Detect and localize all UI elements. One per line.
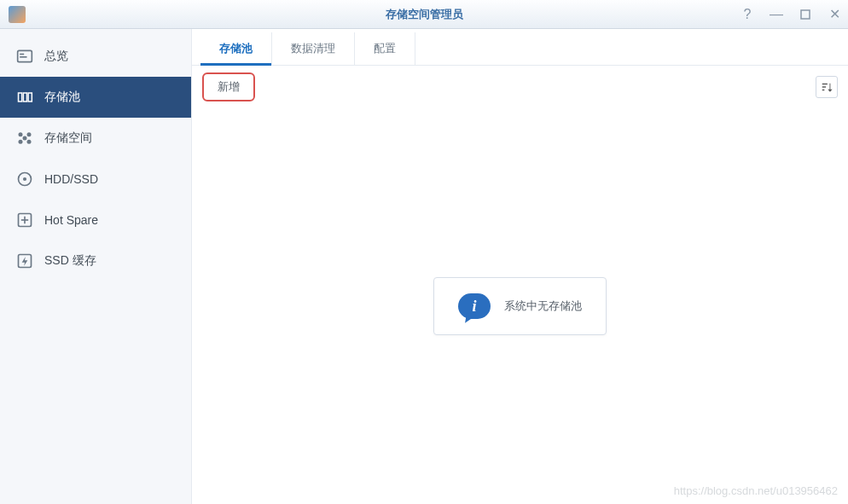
empty-state-card: i 系统中无存储池 (433, 277, 607, 335)
window-controls: ? — ✕ (741, 8, 841, 21)
svg-point-9 (19, 140, 23, 144)
watermark: https://blog.csdn.net/u013956462 (674, 484, 838, 497)
sidebar-item-pool[interactable]: 存储池 (0, 77, 191, 118)
toolbar: 新增 (192, 66, 848, 108)
pool-icon (15, 88, 34, 107)
ssdcache-icon (15, 252, 34, 270)
titlebar: 存储空间管理员 ? — ✕ (0, 0, 848, 29)
minimize-icon[interactable]: — (770, 8, 783, 21)
sidebar-item-hdd-ssd[interactable]: HDD/SSD (0, 159, 191, 200)
tab-config[interactable]: 配置 (355, 32, 415, 65)
help-icon[interactable]: ? (741, 8, 754, 21)
sidebar-item-volume[interactable]: 存储空间 (0, 118, 191, 159)
svg-point-7 (19, 132, 23, 136)
sidebar-item-label: Hot Spare (44, 213, 98, 227)
new-button[interactable]: 新增 (202, 72, 255, 101)
svg-rect-0 (801, 10, 810, 19)
volume-icon (15, 129, 34, 148)
sidebar-item-label: SSD 缓存 (44, 253, 96, 269)
sidebar: 总览 存储池 存储空间 HDD/SSD Hot Spare (0, 29, 191, 504)
tabs: 存储池 数据清理 配置 (192, 29, 848, 66)
maximize-icon[interactable] (799, 8, 812, 21)
sidebar-item-hotspare[interactable]: Hot Spare (0, 200, 191, 240)
sidebar-item-ssdcache[interactable]: SSD 缓存 (0, 240, 191, 281)
empty-state-message: 系统中无存储池 (504, 298, 582, 314)
svg-point-8 (27, 132, 32, 136)
svg-rect-3 (20, 56, 26, 58)
sidebar-item-label: HDD/SSD (44, 172, 98, 186)
sidebar-item-overview[interactable]: 总览 (0, 36, 191, 77)
svg-marker-18 (22, 257, 28, 266)
sort-button[interactable] (816, 76, 838, 98)
tab-pool[interactable]: 存储池 (200, 32, 272, 65)
content-body: i 系统中无存储池 (192, 108, 848, 504)
sidebar-item-label: 存储空间 (44, 130, 92, 146)
sidebar-item-label: 存储池 (44, 90, 80, 105)
svg-point-13 (23, 177, 26, 181)
sidebar-item-label: 总览 (44, 49, 68, 64)
svg-rect-5 (23, 93, 26, 101)
sort-icon (821, 81, 833, 93)
svg-point-11 (23, 136, 27, 141)
svg-marker-22 (828, 84, 832, 92)
app-icon (9, 6, 26, 23)
svg-point-10 (27, 140, 32, 144)
svg-rect-4 (19, 93, 22, 101)
close-icon[interactable]: ✕ (828, 8, 841, 21)
disk-icon (15, 170, 34, 188)
window-title: 存储空间管理员 (386, 7, 463, 22)
tab-data-scrub[interactable]: 数据清理 (272, 32, 355, 65)
svg-rect-6 (28, 93, 32, 101)
hotspare-icon (15, 211, 34, 229)
svg-rect-2 (20, 54, 24, 55)
overview-icon (15, 47, 34, 66)
content-area: 存储池 数据清理 配置 新增 i 系统中无存储池 https://blog.cs… (191, 29, 848, 504)
info-icon: i (458, 293, 491, 319)
